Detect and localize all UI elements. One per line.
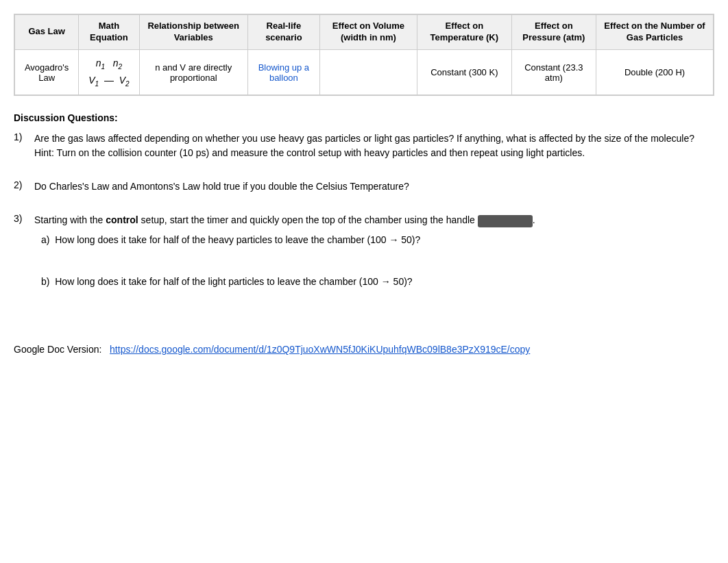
cell-relationship: n and V are directly proportional bbox=[139, 49, 247, 95]
q3-subitem-b: b) How long does it take for half of the… bbox=[41, 275, 714, 289]
q3-text: Starting with the control setup, start t… bbox=[34, 213, 714, 316]
discussion-section: Discussion Questions: 1) Are the gas law… bbox=[14, 112, 714, 316]
q3-text-end: . bbox=[533, 214, 535, 225]
q3-subitem-b-label: b) bbox=[41, 276, 49, 287]
q3-text-after: setup, start the timer and quickly open … bbox=[138, 214, 475, 225]
q3-subitems: a) How long does it take for half of the… bbox=[41, 233, 714, 289]
question-3: 3) Starting with the control setup, star… bbox=[14, 213, 714, 316]
header-math-equation: Math Equation bbox=[79, 15, 139, 50]
header-real-life: Real-life scenario bbox=[247, 15, 319, 50]
question-2: 2) Do Charles's Law and Amontons's Law h… bbox=[14, 179, 714, 194]
cell-pressure: Constant (23.3 atm) bbox=[511, 49, 596, 95]
q1-text: Are the gas laws affected depending on w… bbox=[34, 132, 714, 160]
footer-link[interactable]: https://docs.google.com/document/d/1z0Q9… bbox=[110, 344, 530, 355]
q2-text: Do Charles's Law and Amontons's Law hold… bbox=[34, 179, 714, 194]
cell-particles: Double (200 H) bbox=[596, 49, 714, 95]
q3-number: 3) bbox=[14, 213, 34, 224]
q2-number: 2) bbox=[14, 179, 34, 190]
q3-text-before: Starting with the bbox=[34, 214, 106, 225]
redacted-handle-image bbox=[478, 215, 533, 227]
q3-subitem-b-text: How long does it take for half of the li… bbox=[55, 276, 412, 287]
gas-laws-table: Gas Law Math Equation Relationship betwe… bbox=[14, 14, 714, 96]
q3-subitem-a: a) How long does it take for half of the… bbox=[41, 233, 714, 247]
header-gas-law: Gas Law bbox=[15, 15, 79, 50]
question-1: 1) Are the gas laws affected depending o… bbox=[14, 132, 714, 160]
header-relationship: Relationship between Variables bbox=[139, 15, 247, 50]
cell-volume bbox=[319, 49, 417, 95]
cell-scenario: Blowing up a balloon bbox=[247, 49, 319, 95]
header-effect-particles: Effect on the Number of Gas Particles bbox=[596, 15, 714, 50]
q3-subitem-a-text: How long does it take for half of the he… bbox=[55, 234, 420, 245]
header-effect-pressure: Effect on Pressure (atm) bbox=[511, 15, 596, 50]
cell-temperature: Constant (300 K) bbox=[417, 49, 512, 95]
q3-subitem-a-label: a) bbox=[41, 234, 49, 245]
footer-label: Google Doc Version: bbox=[14, 344, 101, 355]
cell-equation: n1 n2 V1 — V2 bbox=[79, 49, 139, 95]
cell-law: Avogadro's Law bbox=[15, 49, 79, 95]
table-row: Avogadro's Law n1 n2 V1 — V2 n and V are… bbox=[15, 49, 714, 95]
q3-bold-word: control bbox=[106, 214, 138, 225]
q1-number: 1) bbox=[14, 132, 34, 142]
header-effect-temperature: Effect on Temperature (K) bbox=[417, 15, 512, 50]
footer-section: Google Doc Version: https://docs.google.… bbox=[14, 344, 714, 355]
header-effect-volume: Effect on Volume (width in nm) bbox=[319, 15, 417, 50]
discussion-heading: Discussion Questions: bbox=[14, 112, 714, 123]
